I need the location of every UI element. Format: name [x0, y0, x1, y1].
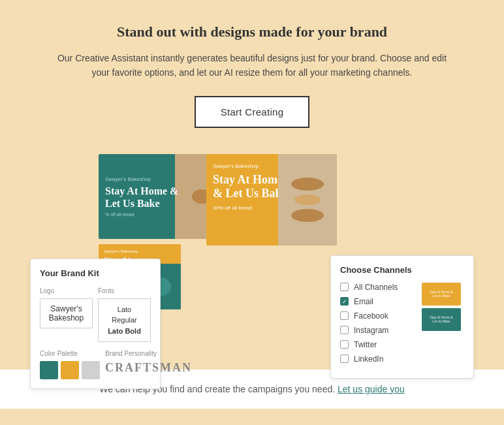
large-card-image: [278, 154, 337, 245]
brand-kit-panel: Your Brand Kit Logo Sawyer's Bakeshop Fo…: [30, 259, 161, 390]
large-card-area: Sawyer's Bakeshop Stay At Home& Let Us B…: [206, 154, 337, 245]
card-headline: Stay At Home &Let Us Bake: [105, 185, 178, 210]
card-text-overlay: Sawyer's Bakeshop Stay At Home &Let Us B…: [105, 176, 178, 217]
channel-item-instagram[interactable]: Instagram: [340, 326, 417, 335]
channel-label-instagram: Instagram: [354, 326, 388, 335]
choose-channels-title: Choose Channels: [340, 265, 464, 275]
channel-label-all: All Channels: [354, 283, 398, 292]
channel-checkbox-twitter[interactable]: [340, 340, 349, 349]
channel-checkbox-instagram[interactable]: [340, 326, 349, 334]
color-palette-label: Color Palette: [40, 350, 100, 357]
thumb-text-1: Stay At Home &Let Us Bake: [428, 289, 454, 299]
hero-section: Stand out with designs made for your bra…: [0, 0, 504, 141]
brand-personality-value: CRAFTSMAN: [105, 361, 192, 375]
logo-label: Logo: [40, 287, 93, 294]
card-sub: % off all bread: [105, 212, 178, 217]
channel-item-facebook[interactable]: Facebook: [340, 311, 417, 321]
brand-kit-title: Your Brand Kit: [40, 268, 151, 278]
channel-item-twitter[interactable]: Twitter: [340, 340, 417, 349]
channel-label-linkedin: LinkedIn: [354, 354, 383, 364]
design-card-large[interactable]: Sawyer's Bakeshop Stay At Home& Let Us B…: [206, 154, 337, 245]
large-card-sub: 30% off all bread: [213, 205, 287, 211]
brand-personality-label: Brand Personality: [105, 350, 192, 357]
large-card-brand: Sawyer's Bakeshop: [213, 163, 287, 169]
fonts-label: Fonts: [98, 287, 151, 294]
channel-checkbox-facebook[interactable]: [340, 311, 349, 320]
hero-description: Our Creative Assistant instantly generat…: [52, 51, 452, 80]
fonts-box: Lato Regular Lato Bold: [98, 298, 151, 343]
font1: Lato Regular: [112, 306, 137, 324]
font2: Lato Bold: [108, 327, 141, 335]
color-swatch-teal: [40, 361, 58, 379]
thumb-text-2: Stay At Home &Let Us Bake: [428, 314, 454, 324]
bread-item: [291, 209, 324, 222]
card-brand: Sawyer's Bakeshop: [105, 176, 178, 182]
color-swatches: [40, 361, 100, 379]
channel-item-linkedin[interactable]: LinkedIn: [340, 354, 417, 364]
logo-box: Sawyer's Bakeshop: [40, 298, 93, 328]
channel-label-facebook: Facebook: [354, 311, 388, 321]
bread-item: [294, 195, 321, 205]
hero-title: Stand out with designs made for your bra…: [52, 24, 452, 40]
channel-thumb-1: Stay At Home &Let Us Bake: [422, 283, 461, 306]
channel-checkbox-email[interactable]: [340, 297, 349, 306]
channel-item-all[interactable]: All Channels: [340, 283, 417, 292]
channel-label-twitter: Twitter: [354, 340, 377, 349]
channel-checkbox-all[interactable]: [340, 283, 349, 291]
large-card-text: Sawyer's Bakeshop Stay At Home& Let Us B…: [213, 163, 287, 211]
start-creating-button[interactable]: Start Creating: [195, 96, 310, 128]
color-swatch-gray: [82, 361, 100, 379]
channel-item-email[interactable]: Email: [340, 297, 417, 306]
choose-channels-panel: Choose Channels All Channels Email Faceb…: [330, 255, 474, 379]
bread-item: [291, 178, 324, 191]
large-card-headline: Stay At Home& Let Us Bake: [213, 173, 287, 201]
preview-section: Sawyer's Bakeshop Stay At Home &Let Us B…: [17, 141, 487, 370]
small-card-brand: Sawyer's Bakeshop: [104, 249, 138, 253]
channel-label-email: Email: [354, 297, 373, 306]
footer-link[interactable]: Let us guide you: [338, 384, 405, 394]
color-swatch-gold: [61, 361, 79, 379]
channel-checkbox-linkedin[interactable]: [340, 354, 349, 363]
channel-thumb-2: Stay At Home &Let Us Bake: [422, 308, 461, 331]
